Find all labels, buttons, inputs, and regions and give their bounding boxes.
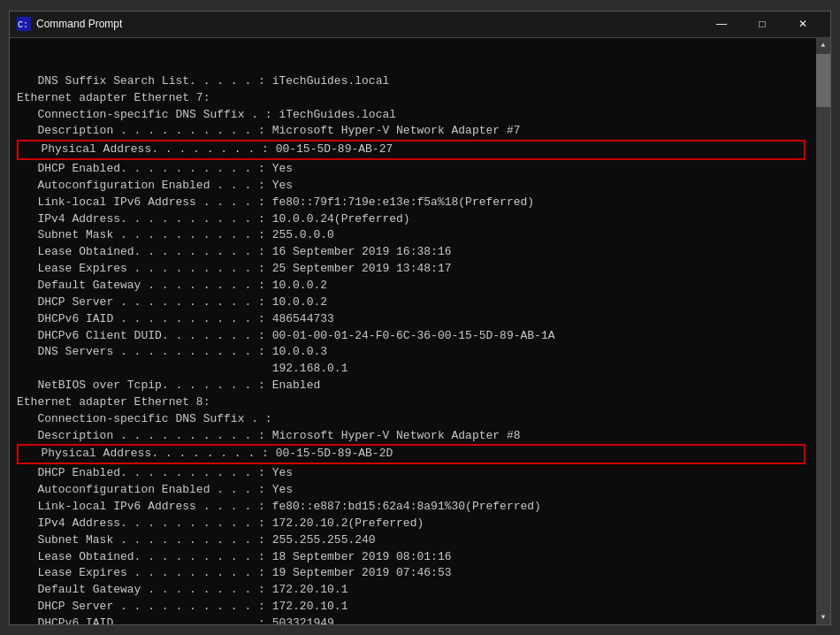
terminal-line: DHCP Enabled. . . . . . . . . . : Yes xyxy=(17,465,809,482)
terminal-line: 192.168.0.1 xyxy=(17,361,809,378)
terminal-line: Subnet Mask . . . . . . . . . . : 255.25… xyxy=(17,532,809,549)
terminal-line: Link-local IPv6 Address . . . . : fe80::… xyxy=(17,195,809,211)
terminal-line: IPv4 Address. . . . . . . . . . : 10.0.0… xyxy=(17,211,809,228)
terminal-line: Default Gateway . . . . . . . . : 10.0.0… xyxy=(17,278,809,295)
svg-text:C:: C: xyxy=(18,20,28,30)
terminal-line: DHCP Server . . . . . . . . . . : 172.20… xyxy=(17,599,809,616)
terminal-line: Autoconfiguration Enabled . . . : Yes xyxy=(17,178,809,195)
terminal-line: Lease Obtained. . . . . . . . . : 18 Sep… xyxy=(17,549,809,566)
terminal-line: DNS Servers . . . . . . . . . . : 10.0.0… xyxy=(17,344,809,361)
terminal-line: Lease Expires . . . . . . . . . : 25 Sep… xyxy=(17,261,809,278)
terminal-line: NetBIOS over Tcpip. . . . . . . : Enable… xyxy=(17,378,809,394)
terminal-line: Ethernet adapter Ethernet 7: xyxy=(17,90,809,107)
terminal-line: Link-local IPv6 Address . . . . : fe80::… xyxy=(17,499,809,516)
minimize-button[interactable]: — xyxy=(701,11,742,37)
scrollbar[interactable]: ▲ ▼ xyxy=(816,38,830,624)
command-prompt-window: C: Command Prompt — □ ✕ DNS Suffix Searc… xyxy=(9,11,831,625)
terminal-line: DHCP Enabled. . . . . . . . . . : Yes xyxy=(17,161,809,178)
terminal-line: Physical Address. . . . . . . . : 00-15-… xyxy=(17,444,806,464)
terminal-line: Connection-specific DNS Suffix . : xyxy=(17,411,809,428)
terminal-line: DHCPv6 IAID . . . . . . . . . . : 503321… xyxy=(17,616,809,624)
terminal-line: Lease Expires . . . . . . . . . : 19 Sep… xyxy=(17,565,809,582)
scrollbar-thumb[interactable] xyxy=(816,54,830,107)
terminal-line: Lease Obtained. . . . . . . . . : 16 Sep… xyxy=(17,244,809,261)
terminal-line: DHCPv6 IAID . . . . . . . . . . : 486544… xyxy=(17,311,809,328)
window-controls: — □ ✕ xyxy=(701,11,823,37)
window-title: Command Prompt xyxy=(36,18,701,30)
terminal-line: Default Gateway . . . . . . . . : 172.20… xyxy=(17,582,809,599)
terminal-line: IPv4 Address. . . . . . . . . . : 172.20… xyxy=(17,516,809,532)
terminal-line: DHCPv6 Client DUID. . . . . . . : 00-01-… xyxy=(17,328,809,345)
scroll-up-arrow[interactable]: ▲ xyxy=(816,38,830,52)
close-button[interactable]: ✕ xyxy=(783,11,823,37)
terminal-line: DNS Suffix Search List. . . . . : iTechG… xyxy=(17,73,809,90)
terminal-line: Physical Address. . . . . . . . : 00-15-… xyxy=(17,140,806,160)
terminal-line: Description . . . . . . . . . . : Micros… xyxy=(17,123,809,140)
terminal-line: Autoconfiguration Enabled . . . : Yes xyxy=(17,482,809,499)
terminal-line: Description . . . . . . . . . . : Micros… xyxy=(17,428,809,445)
app-icon: C: xyxy=(17,17,31,31)
title-bar: C: Command Prompt — □ ✕ xyxy=(10,11,830,38)
terminal-line: DHCP Server . . . . . . . . . . : 10.0.0… xyxy=(17,295,809,311)
terminal-line: Ethernet adapter Ethernet 8: xyxy=(17,394,809,411)
terminal-line: Subnet Mask . . . . . . . . . . : 255.0.… xyxy=(17,227,809,244)
content-area: DNS Suffix Search List. . . . . : iTechG… xyxy=(10,38,830,624)
terminal-output[interactable]: DNS Suffix Search List. . . . . : iTechG… xyxy=(10,38,816,624)
scroll-down-arrow[interactable]: ▼ xyxy=(816,610,830,624)
maximize-button[interactable]: □ xyxy=(742,11,783,37)
terminal-line: Connection-specific DNS Suffix . : iTech… xyxy=(17,107,809,124)
